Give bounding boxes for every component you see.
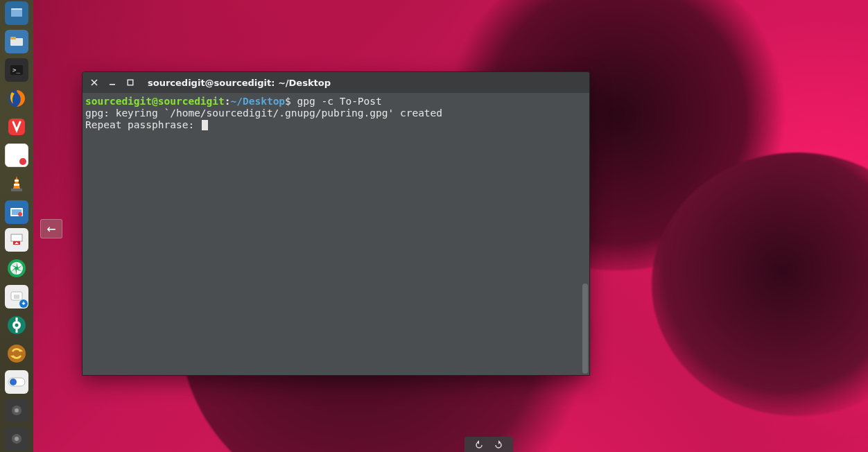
- screenshot-icon: [5, 200, 28, 224]
- firefox-icon: [5, 87, 28, 110]
- prompt-dollar: $: [285, 96, 291, 107]
- bottom-refresh-toolbar: [465, 437, 513, 452]
- svg-rect-1: [11, 10, 22, 17]
- launcher-item-shutter[interactable]: [3, 255, 31, 281]
- close-icon: [91, 79, 98, 86]
- maximize-icon: [127, 79, 134, 86]
- svg-point-26: [8, 345, 26, 363]
- settings-gear-icon: [5, 313, 28, 337]
- back-arrow-widget[interactable]: ←: [40, 219, 62, 238]
- svg-marker-38: [498, 440, 501, 444]
- terminal-window: sourcedigit@sourcedigit: ~/Desktop sourc…: [82, 71, 590, 376]
- unknown-1-icon: [5, 399, 28, 422]
- terminal-cursor: [202, 120, 208, 130]
- redo-icon: [494, 440, 503, 450]
- launcher-item-downloads[interactable]: [3, 227, 31, 254]
- software-icon: [5, 285, 28, 308]
- launcher-dock: >_: [0, 0, 33, 452]
- svg-rect-25: [16, 329, 18, 333]
- launcher-item-screenshot[interactable]: [3, 199, 31, 225]
- launcher-item-files[interactable]: [3, 0, 31, 26]
- prompt-colon: :: [225, 96, 231, 107]
- undo-button[interactable]: [474, 440, 484, 449]
- svg-rect-20: [14, 295, 19, 299]
- unknown-2-icon: [5, 427, 28, 451]
- terminal-icon: >_: [5, 58, 28, 82]
- svg-rect-15: [11, 234, 22, 241]
- launcher-item-toggle[interactable]: [3, 369, 31, 395]
- launcher-item-vivaldi[interactable]: [3, 114, 31, 140]
- desktop: >_: [0, 0, 868, 452]
- shutter-icon: [5, 257, 28, 280]
- launcher-item-firefox[interactable]: [3, 85, 31, 112]
- terminal-line-prompt: sourcedigit@sourcedigit:~/Desktop$ gpg -…: [85, 96, 587, 107]
- terminal-command: gpg -c To-Post: [291, 96, 382, 107]
- vivaldi-icon: [5, 115, 28, 139]
- launcher-item-vlc[interactable]: [3, 171, 31, 197]
- svg-point-23: [15, 324, 19, 327]
- launcher-item-notes[interactable]: [3, 142, 31, 168]
- launcher-item-settings[interactable]: [3, 312, 31, 338]
- svg-rect-36: [128, 80, 133, 85]
- minimize-icon: [109, 79, 116, 86]
- svg-text:>_: >_: [12, 67, 20, 73]
- prompt-path: ~/Desktop: [231, 96, 286, 107]
- window-minimize-button[interactable]: [107, 78, 117, 87]
- undo-icon: [474, 440, 484, 450]
- files-icon: [5, 1, 28, 25]
- window-close-button[interactable]: [89, 78, 99, 87]
- svg-point-14: [18, 212, 22, 216]
- window-title: sourcedigit@sourcedigit: ~/Desktop: [148, 78, 331, 88]
- svg-rect-10: [14, 184, 19, 186]
- terminal-body[interactable]: sourcedigit@sourcedigit:~/Desktop$ gpg -…: [83, 93, 589, 375]
- nautilus-icon: [5, 30, 28, 53]
- redo-button[interactable]: [494, 440, 503, 449]
- terminal-line-output: gpg: keyring `/home/sourcedigit/.gnupg/p…: [85, 107, 587, 119]
- window-maximize-button[interactable]: [125, 78, 135, 87]
- launcher-item-nautilus[interactable]: [3, 28, 31, 55]
- svg-marker-8: [13, 176, 20, 189]
- sync-icon: [5, 342, 28, 365]
- svg-rect-24: [16, 318, 18, 321]
- svg-point-32: [15, 408, 19, 412]
- svg-point-30: [10, 379, 17, 385]
- arrow-left-icon: ←: [46, 223, 55, 236]
- launcher-item-sync[interactable]: [3, 340, 31, 367]
- launcher-item-unknown-2[interactable]: [3, 426, 31, 452]
- terminal-line-output: Repeat passphrase:: [85, 119, 587, 131]
- svg-marker-37: [477, 440, 479, 444]
- launcher-item-terminal[interactable]: >_: [3, 57, 31, 83]
- terminal-output-text: Repeat passphrase:: [85, 119, 200, 130]
- svg-rect-35: [110, 84, 115, 85]
- vlc-icon: [5, 172, 28, 195]
- svg-point-18: [8, 259, 26, 277]
- svg-point-34: [15, 437, 19, 441]
- launcher-item-software[interactable]: [3, 284, 31, 310]
- notes-icon: [5, 144, 28, 167]
- svg-rect-11: [11, 189, 22, 191]
- toggle-icon: [5, 370, 28, 394]
- launcher-item-unknown-1[interactable]: [3, 397, 31, 424]
- downloads-icon: [5, 228, 28, 252]
- svg-rect-3: [10, 37, 16, 40]
- prompt-user-host: sourcedigit@sourcedigit: [85, 96, 225, 107]
- window-titlebar[interactable]: sourcedigit@sourcedigit: ~/Desktop: [83, 72, 589, 93]
- terminal-scrollbar[interactable]: [582, 284, 588, 374]
- svg-rect-9: [15, 180, 19, 182]
